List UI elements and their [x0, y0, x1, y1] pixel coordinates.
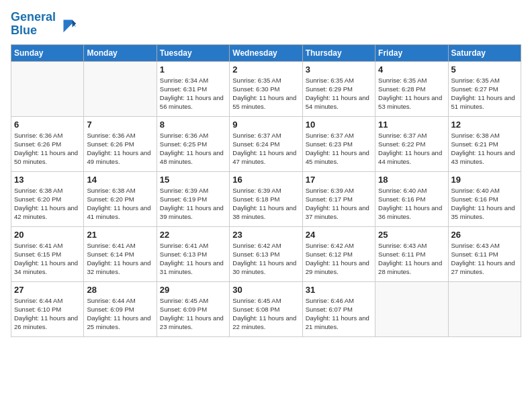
- day-number: 7: [87, 120, 153, 130]
- calendar-cell: 23 Sunrise: 6:42 AM Sunset: 6:13 PM Dayl…: [230, 226, 302, 281]
- day-number: 22: [160, 230, 226, 240]
- day-number: 4: [378, 64, 445, 75]
- day-number: 2: [232, 64, 299, 75]
- calendar-cell: 25 Sunrise: 6:43 AM Sunset: 6:11 PM Dayl…: [375, 226, 448, 281]
- calendar-cell: 26 Sunrise: 6:43 AM Sunset: 6:11 PM Dayl…: [448, 226, 521, 281]
- calendar-table: SundayMondayTuesdayWednesdayThursdayFrid…: [11, 44, 521, 337]
- day-number: 10: [306, 120, 372, 130]
- cell-info: Sunrise: 6:41 AM Sunset: 6:14 PM Dayligh…: [87, 241, 153, 277]
- day-number: 1: [160, 64, 226, 75]
- calendar-cell: 8 Sunrise: 6:36 AM Sunset: 6:25 PM Dayli…: [157, 116, 229, 171]
- cell-info: Sunrise: 6:43 AM Sunset: 6:11 PM Dayligh…: [378, 241, 445, 277]
- cell-info: Sunrise: 6:36 AM Sunset: 6:25 PM Dayligh…: [160, 131, 226, 167]
- day-number: 11: [378, 120, 445, 130]
- day-number: 16: [232, 175, 299, 185]
- calendar-cell: 11 Sunrise: 6:37 AM Sunset: 6:22 PM Dayl…: [375, 116, 448, 171]
- cell-info: Sunrise: 6:39 AM Sunset: 6:18 PM Dayligh…: [232, 186, 299, 222]
- cell-info: Sunrise: 6:44 AM Sunset: 6:09 PM Dayligh…: [87, 296, 153, 332]
- calendar-cell: 9 Sunrise: 6:37 AM Sunset: 6:24 PM Dayli…: [230, 116, 302, 171]
- day-number: 8: [160, 120, 226, 130]
- cell-info: Sunrise: 6:45 AM Sunset: 6:09 PM Dayligh…: [160, 296, 226, 332]
- cell-info: Sunrise: 6:41 AM Sunset: 6:13 PM Dayligh…: [160, 241, 226, 277]
- calendar-cell: 30 Sunrise: 6:45 AM Sunset: 6:08 PM Dayl…: [230, 281, 302, 336]
- cell-info: Sunrise: 6:35 AM Sunset: 6:30 PM Dayligh…: [232, 76, 299, 111]
- calendar-cell: 7 Sunrise: 6:36 AM Sunset: 6:26 PM Dayli…: [84, 116, 157, 171]
- day-number: 21: [87, 230, 153, 240]
- cell-info: Sunrise: 6:39 AM Sunset: 6:19 PM Dayligh…: [160, 186, 226, 222]
- cell-info: Sunrise: 6:37 AM Sunset: 6:24 PM Dayligh…: [232, 131, 299, 167]
- logo-general: General: [11, 10, 56, 24]
- calendar-cell: [84, 61, 157, 116]
- calendar-cell: 28 Sunrise: 6:44 AM Sunset: 6:09 PM Dayl…: [84, 281, 157, 336]
- day-number: 28: [87, 285, 153, 295]
- cell-info: Sunrise: 6:42 AM Sunset: 6:13 PM Dayligh…: [232, 241, 299, 277]
- logo-text: General Blue: [11, 11, 56, 38]
- page-header: General Blue: [11, 11, 521, 38]
- calendar-cell: 15 Sunrise: 6:39 AM Sunset: 6:19 PM Dayl…: [157, 171, 229, 226]
- calendar-cell: 31 Sunrise: 6:46 AM Sunset: 6:07 PM Dayl…: [302, 281, 375, 336]
- calendar-cell: [375, 281, 448, 336]
- day-number: 13: [14, 175, 81, 185]
- cell-info: Sunrise: 6:35 AM Sunset: 6:28 PM Dayligh…: [378, 76, 445, 111]
- svg-marker-1: [73, 19, 77, 27]
- calendar-cell: 10 Sunrise: 6:37 AM Sunset: 6:23 PM Dayl…: [302, 116, 375, 171]
- day-number: 25: [378, 230, 445, 240]
- cell-info: Sunrise: 6:46 AM Sunset: 6:07 PM Dayligh…: [306, 296, 372, 332]
- weekday-header: Monday: [84, 44, 157, 61]
- calendar-cell: 13 Sunrise: 6:38 AM Sunset: 6:20 PM Dayl…: [11, 171, 84, 226]
- calendar-week-row: 13 Sunrise: 6:38 AM Sunset: 6:20 PM Dayl…: [11, 171, 521, 226]
- calendar-week-row: 27 Sunrise: 6:44 AM Sunset: 6:10 PM Dayl…: [11, 281, 521, 336]
- calendar-cell: 27 Sunrise: 6:44 AM Sunset: 6:10 PM Dayl…: [11, 281, 84, 336]
- day-number: 20: [14, 230, 81, 240]
- calendar-cell: 18 Sunrise: 6:40 AM Sunset: 6:16 PM Dayl…: [375, 171, 448, 226]
- day-number: 27: [14, 285, 81, 295]
- cell-info: Sunrise: 6:44 AM Sunset: 6:10 PM Dayligh…: [14, 296, 81, 332]
- day-number: 12: [451, 120, 518, 130]
- day-number: 15: [160, 175, 226, 185]
- calendar-week-row: 20 Sunrise: 6:41 AM Sunset: 6:15 PM Dayl…: [11, 226, 521, 281]
- cell-info: Sunrise: 6:37 AM Sunset: 6:22 PM Dayligh…: [378, 131, 445, 167]
- day-number: 30: [232, 285, 299, 295]
- cell-info: Sunrise: 6:38 AM Sunset: 6:20 PM Dayligh…: [14, 186, 81, 222]
- weekday-header: Wednesday: [230, 44, 302, 61]
- day-number: 26: [451, 230, 518, 240]
- day-number: 31: [306, 285, 372, 295]
- cell-info: Sunrise: 6:35 AM Sunset: 6:29 PM Dayligh…: [306, 76, 372, 111]
- day-number: 19: [451, 175, 518, 185]
- calendar-cell: 6 Sunrise: 6:36 AM Sunset: 6:26 PM Dayli…: [11, 116, 84, 171]
- calendar-cell: 16 Sunrise: 6:39 AM Sunset: 6:18 PM Dayl…: [230, 171, 302, 226]
- calendar-cell: 12 Sunrise: 6:38 AM Sunset: 6:21 PM Dayl…: [448, 116, 521, 171]
- logo: General Blue: [11, 11, 77, 38]
- weekday-header-row: SundayMondayTuesdayWednesdayThursdayFrid…: [11, 44, 521, 61]
- calendar-cell: 24 Sunrise: 6:42 AM Sunset: 6:12 PM Dayl…: [302, 226, 375, 281]
- calendar-cell: 2 Sunrise: 6:35 AM Sunset: 6:30 PM Dayli…: [230, 61, 302, 116]
- weekday-header: Sunday: [11, 44, 84, 61]
- day-number: 23: [232, 230, 299, 240]
- weekday-header: Saturday: [448, 44, 521, 61]
- calendar-cell: 20 Sunrise: 6:41 AM Sunset: 6:15 PM Dayl…: [11, 226, 84, 281]
- calendar-cell: [448, 281, 521, 336]
- cell-info: Sunrise: 6:41 AM Sunset: 6:15 PM Dayligh…: [14, 241, 81, 277]
- calendar-week-row: 1 Sunrise: 6:34 AM Sunset: 6:31 PM Dayli…: [11, 61, 521, 116]
- calendar-cell: 29 Sunrise: 6:45 AM Sunset: 6:09 PM Dayl…: [157, 281, 229, 336]
- day-number: 5: [451, 64, 518, 75]
- cell-info: Sunrise: 6:38 AM Sunset: 6:21 PM Dayligh…: [451, 131, 518, 167]
- cell-info: Sunrise: 6:38 AM Sunset: 6:20 PM Dayligh…: [87, 186, 153, 222]
- cell-info: Sunrise: 6:36 AM Sunset: 6:26 PM Dayligh…: [14, 131, 81, 167]
- cell-info: Sunrise: 6:42 AM Sunset: 6:12 PM Dayligh…: [306, 241, 372, 277]
- day-number: 9: [232, 120, 299, 130]
- day-number: 14: [87, 175, 153, 185]
- day-number: 17: [306, 175, 372, 185]
- day-number: 18: [378, 175, 445, 185]
- logo-blue: Blue: [11, 24, 37, 37]
- calendar-cell: 4 Sunrise: 6:35 AM Sunset: 6:28 PM Dayli…: [375, 61, 448, 116]
- logo-icon: [58, 15, 77, 34]
- cell-info: Sunrise: 6:34 AM Sunset: 6:31 PM Dayligh…: [160, 76, 226, 111]
- calendar-week-row: 6 Sunrise: 6:36 AM Sunset: 6:26 PM Dayli…: [11, 116, 521, 171]
- cell-info: Sunrise: 6:40 AM Sunset: 6:16 PM Dayligh…: [451, 186, 518, 222]
- cell-info: Sunrise: 6:43 AM Sunset: 6:11 PM Dayligh…: [451, 241, 518, 277]
- day-number: 24: [306, 230, 372, 240]
- day-number: 29: [160, 285, 226, 295]
- cell-info: Sunrise: 6:35 AM Sunset: 6:27 PM Dayligh…: [451, 76, 518, 111]
- day-number: 3: [306, 64, 372, 75]
